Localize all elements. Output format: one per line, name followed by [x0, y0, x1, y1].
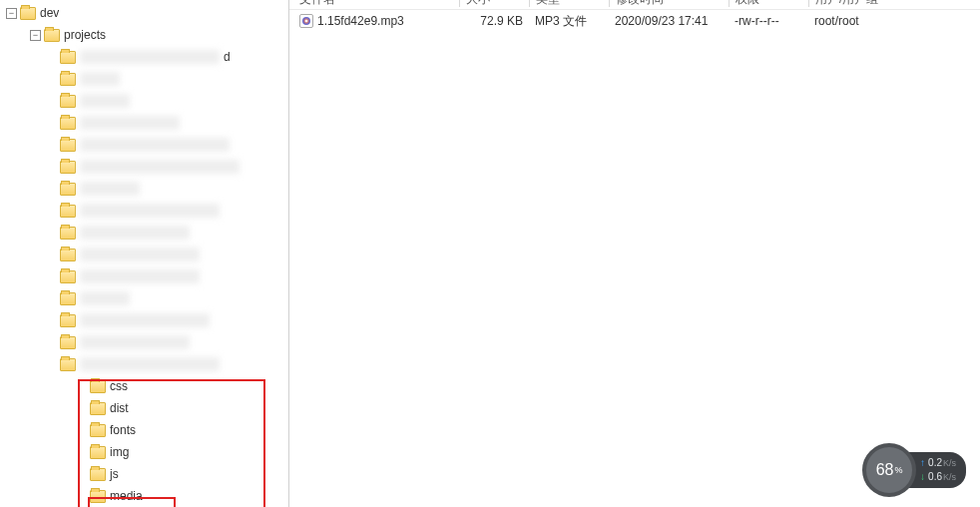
download-speed: 0.6 [928, 471, 942, 482]
memory-percent-circle[interactable]: 68% [862, 443, 916, 497]
tree-node-obscured[interactable]: d [60, 46, 288, 68]
percent-symbol: % [894, 465, 902, 475]
column-header-owner[interactable]: 用户/用户组 [808, 0, 908, 7]
percent-value: 68 [876, 461, 894, 479]
tree-label: js [110, 467, 119, 481]
column-header-size[interactable]: 大小 [459, 0, 529, 7]
tree-node-obscured[interactable] [60, 222, 288, 244]
arrow-down-icon: ↓ [920, 471, 925, 482]
tree-node-obscured[interactable] [60, 156, 288, 178]
tree-node-media[interactable]: media [90, 485, 288, 507]
tree-node-obscured[interactable] [60, 309, 288, 331]
tree-label: dist [110, 401, 129, 415]
tree-node-obscured[interactable] [60, 331, 288, 353]
tree-node-obscured[interactable] [60, 90, 288, 112]
tree-node-projects[interactable]: − projects [0, 24, 288, 46]
folder-icon [60, 292, 76, 305]
folder-icon [60, 73, 76, 86]
file-size: 72.9 KB [459, 14, 529, 28]
collapse-icon[interactable]: − [6, 8, 17, 19]
tree-label: img [110, 445, 129, 459]
folder-icon [90, 468, 106, 481]
folder-icon [60, 249, 76, 261]
tree-node-obscured[interactable] [60, 265, 288, 287]
tree-node-img[interactable]: img [90, 441, 288, 463]
file-perm: -rw-r--r-- [729, 14, 808, 28]
file-name: 1.15fd42e9.mp3 [317, 14, 404, 28]
audio-file-icon [299, 14, 313, 28]
tree-node-obscured[interactable] [60, 287, 288, 309]
folder-icon [60, 358, 76, 371]
folder-icon [90, 402, 106, 415]
tree-node-css[interactable]: css [90, 375, 288, 397]
column-header-perm[interactable]: 权限 [729, 0, 808, 7]
folder-icon [60, 161, 76, 174]
folder-icon [90, 424, 106, 437]
arrow-up-icon: ↑ [920, 457, 925, 468]
folder-icon [90, 490, 106, 503]
folder-icon [60, 117, 76, 130]
folder-icon [60, 51, 76, 64]
column-header-type[interactable]: 类型 [529, 0, 609, 7]
tree-label: fonts [110, 423, 136, 437]
tree-label: media [110, 489, 143, 503]
tree-node-obscured[interactable] [60, 200, 288, 222]
folder-icon [60, 314, 76, 327]
file-modified: 2020/09/23 17:41 [609, 14, 729, 28]
folder-icon [60, 183, 76, 196]
folder-tree: − dev − projects d [0, 0, 289, 507]
tree-node-obscured[interactable] [60, 353, 288, 375]
folder-icon [60, 205, 76, 218]
tree-node-fonts[interactable]: fonts [90, 419, 288, 441]
tree-label: projects [64, 28, 106, 42]
tree-label: dev [40, 6, 59, 20]
folder-icon [60, 95, 76, 108]
tree-node-obscured[interactable] [60, 178, 288, 200]
tree-node-obscured[interactable] [60, 244, 288, 265]
collapse-icon[interactable]: − [30, 30, 41, 41]
file-list-panel: 文件名 大小 类型 修改时间 权限 用户/用户组 1.15fd42e9.mp3 … [289, 0, 980, 507]
upload-speed: 0.2 [928, 457, 942, 468]
folder-icon [90, 380, 106, 393]
tree-label: css [110, 379, 128, 393]
folder-icon [90, 446, 106, 459]
column-header-modified[interactable]: 修改时间 [609, 0, 729, 7]
tree-node-obscured[interactable] [60, 68, 288, 90]
file-type: MP3 文件 [529, 13, 609, 30]
folder-icon [60, 270, 76, 283]
network-speed-widget[interactable]: 68% ↑0.2K/s ↓0.6K/s [862, 443, 966, 497]
file-row[interactable]: 1.15fd42e9.mp3 72.9 KB MP3 文件 2020/09/23… [289, 10, 980, 32]
folder-icon [60, 336, 76, 349]
tree-node-js[interactable]: js [90, 463, 288, 485]
folder-icon [60, 139, 76, 152]
file-owner: root/root [808, 14, 908, 28]
tree-node-obscured[interactable] [60, 112, 288, 134]
folder-icon [60, 227, 76, 240]
tree-node-dev[interactable]: − dev [0, 2, 288, 24]
column-header-row: 文件名 大小 类型 修改时间 权限 用户/用户组 [289, 0, 980, 10]
tree-node-dist[interactable]: dist [90, 397, 288, 419]
column-header-name[interactable]: 文件名 [289, 0, 459, 7]
folder-icon [44, 29, 60, 42]
folder-icon [20, 7, 36, 20]
tree-node-obscured[interactable] [60, 134, 288, 156]
